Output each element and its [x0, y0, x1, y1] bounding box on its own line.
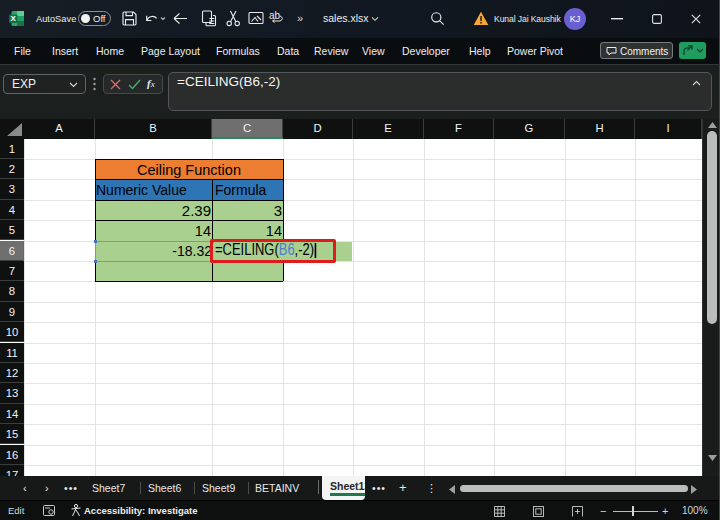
svg-text:ab: ab	[269, 10, 281, 21]
svg-text:X: X	[11, 14, 17, 23]
